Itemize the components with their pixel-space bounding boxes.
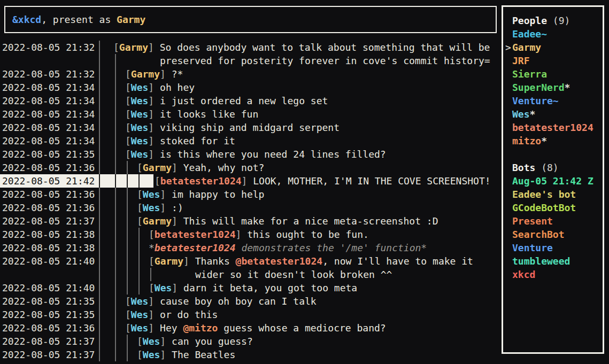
thread-guide-line bbox=[115, 188, 116, 201]
chat-message-row[interactable]: 2022-08-05 21:35[Wes] is this where you … bbox=[0, 148, 500, 161]
message-text: * bbox=[149, 242, 155, 253]
sender-name: Wes bbox=[155, 282, 172, 293]
sender-name: betatester1024 bbox=[160, 175, 242, 187]
chat-message-row[interactable]: 2022-08-05 21:38*betatester1024 demonstr… bbox=[0, 241, 500, 254]
user-list-item[interactable]: SuperNerd* bbox=[505, 81, 603, 94]
people-title: People bbox=[512, 14, 547, 27]
chat-message-row[interactable]: 2022-08-05 21:40[Garmy] Thanks @betatest… bbox=[0, 254, 500, 268]
chat-log[interactable]: 2022-08-05 21:32[Garmy] So does anybody … bbox=[0, 41, 500, 364]
sender-name: Garmy bbox=[143, 162, 172, 173]
user-list-item[interactable]: Eadee~ bbox=[505, 27, 603, 41]
user-list-item[interactable]: JRF bbox=[505, 54, 603, 67]
message-content: [Wes] stoked for it bbox=[125, 134, 235, 148]
bot-name: SearchBot bbox=[512, 228, 565, 241]
bot-list-item[interactable]: Venture bbox=[505, 241, 603, 254]
timestamp-separator-line bbox=[99, 174, 100, 188]
message-timestamp: 2022-08-05 21:34 bbox=[2, 81, 95, 94]
message-text: or do this bbox=[160, 309, 218, 320]
chat-message-row[interactable]: 2022-08-05 21:34[Wes] stoked for it bbox=[0, 134, 500, 148]
message-text: cause boy oh boy can I talk bbox=[160, 296, 317, 307]
sender-name: Garmy bbox=[155, 255, 183, 267]
sender-name: Garmy bbox=[131, 68, 160, 80]
user-list-item[interactable]: Wes* bbox=[505, 107, 603, 121]
message-content: [Wes] can you guess? bbox=[137, 335, 253, 348]
bot-name: GCodeBotBot bbox=[512, 201, 576, 214]
message-text: [ bbox=[137, 189, 143, 200]
user-status-suffix: * bbox=[565, 81, 571, 94]
chat-message-row[interactable]: 2022-08-05 21:35[Wes] or do this bbox=[0, 308, 500, 321]
timestamp-separator-line bbox=[99, 308, 100, 321]
message-text: ] bbox=[160, 349, 172, 360]
user-list-item[interactable]: >Garmy bbox=[505, 41, 603, 54]
list-item-marker bbox=[505, 107, 512, 121]
chat-message-row[interactable]: 2022-08-05 21:37[Wes] can you guess? bbox=[0, 335, 500, 348]
chat-message-row[interactable]: 2022-08-05 21:36[Wes] :) bbox=[0, 201, 500, 214]
timestamp-separator-line bbox=[99, 94, 100, 107]
message-text: this ought to be fun. bbox=[247, 229, 369, 240]
bot-list-item[interactable]: Aug-05 21:42 Z bbox=[505, 174, 603, 188]
bot-list-item[interactable]: xkcd bbox=[505, 268, 603, 281]
thread-guide-line bbox=[115, 281, 116, 295]
chat-message-row[interactable]: 2022-08-05 21:32[Garmy] ?* bbox=[0, 67, 500, 81]
message-content: [Wes] viking ship and midgard serpent bbox=[125, 121, 340, 134]
bot-list-item[interactable]: SearchBot bbox=[505, 228, 603, 241]
user-list-item[interactable]: Venture~ bbox=[505, 94, 603, 107]
message-content: [Wes] oh hey bbox=[125, 81, 195, 94]
chat-message-row[interactable]: 2022-08-05 21:34[Wes] viking ship and mi… bbox=[0, 121, 500, 134]
timestamp-separator-line bbox=[99, 335, 100, 348]
user-name: JRF bbox=[512, 54, 530, 67]
chat-message-row[interactable]: 2022-08-05 21:36[Garmy] Yeah, why not? bbox=[0, 161, 500, 174]
mention[interactable]: @mitzo bbox=[183, 322, 218, 334]
chat-message-row[interactable]: 2022-08-05 21:37[Wes] The Beatles bbox=[0, 348, 500, 361]
message-text: [ bbox=[137, 349, 143, 360]
mention[interactable]: @betatester1024 bbox=[236, 255, 323, 267]
message-timestamp: 2022-08-05 21:37 bbox=[2, 214, 95, 228]
chat-message-row[interactable]: 2022-08-05 21:38[betatester1024] this ou… bbox=[0, 228, 500, 241]
cove-terminal: { "palette": { "text": "#e8e6df", "dim":… bbox=[0, 0, 609, 364]
chat-message-row[interactable]: 2022-08-05 21:32[Garmy] So does anybody … bbox=[0, 41, 500, 54]
thread-guide-line bbox=[138, 281, 140, 295]
thread-guide-line bbox=[115, 268, 116, 281]
message-text: ] bbox=[148, 109, 160, 120]
message-timestamp: 2022-08-05 21:37 bbox=[2, 348, 95, 361]
chat-message-row[interactable]: 2022-08-05 21:40[Wes] darn it beta, you … bbox=[0, 281, 500, 295]
bot-list-item[interactable]: GCodeBotBot bbox=[505, 201, 603, 214]
chat-message-row[interactable]: wider so it doesn't look broken ^^ bbox=[0, 268, 500, 281]
user-list-item[interactable]: Sierra bbox=[505, 67, 603, 81]
message-timestamp: 2022-08-05 21:40 bbox=[2, 281, 95, 295]
sender-name: Wes bbox=[131, 296, 149, 307]
message-text: [ bbox=[125, 149, 131, 160]
message-content: [Garmy] This will make for a nice meta-s… bbox=[137, 214, 438, 228]
chat-message-row[interactable]: preserved for posterity forever in cove'… bbox=[0, 54, 500, 67]
timestamp-separator-line bbox=[99, 134, 100, 148]
bot-name: Venture bbox=[512, 241, 553, 254]
user-name: SuperNerd bbox=[512, 81, 565, 94]
message-text: Hey bbox=[160, 322, 183, 334]
chat-message-row[interactable]: 2022-08-05 21:37[Garmy] This will make f… bbox=[0, 214, 500, 228]
chat-message-row[interactable]: 2022-08-05 21:36[Wes] Hey @mitzo guess w… bbox=[0, 321, 500, 335]
message-text: can you guess? bbox=[172, 336, 253, 347]
bot-list-item[interactable]: tumbleweed bbox=[505, 254, 603, 268]
message-text: ] bbox=[172, 215, 183, 227]
list-item-marker bbox=[505, 174, 512, 188]
chat-message-row[interactable]: 2022-08-05 21:34[Wes] oh hey bbox=[0, 81, 500, 94]
list-header-marker bbox=[505, 161, 512, 174]
timestamp-separator-line bbox=[99, 201, 100, 214]
chat-message-row[interactable]: 2022-08-05 21:35[Wes] cause boy oh boy c… bbox=[0, 295, 500, 308]
message-content: [Garmy] So does anybody want to talk abo… bbox=[113, 41, 490, 54]
user-list-item[interactable]: betatester1024 bbox=[505, 121, 603, 134]
bot-list-item[interactable]: Eadee's bot bbox=[505, 188, 603, 201]
chat-message-row[interactable]: 2022-08-05 21:34[Wes] i just ordered a n… bbox=[0, 94, 500, 107]
message-content: [Wes] is this where you need 24 lines fi… bbox=[125, 148, 386, 161]
user-name: betatester1024 bbox=[512, 121, 593, 134]
user-list-item[interactable]: mitzo* bbox=[505, 134, 603, 148]
timestamp-separator-line bbox=[99, 188, 100, 201]
message-text: [ bbox=[125, 322, 131, 334]
chat-message-row[interactable]: 2022-08-05 21:36[Wes] im happy to help bbox=[0, 188, 500, 201]
bot-list-item[interactable]: Present bbox=[505, 214, 603, 228]
message-text: ] bbox=[172, 282, 183, 293]
user-status-suffix: * bbox=[541, 134, 547, 148]
chat-message-row[interactable]: 2022-08-05 21:34[Wes] it looks like fun bbox=[0, 107, 500, 121]
chat-message-row-selected[interactable]: 2022-08-05 21:42[betatester1024] LOOK, M… bbox=[0, 174, 500, 188]
message-content: [Wes] im happy to help bbox=[137, 188, 264, 201]
